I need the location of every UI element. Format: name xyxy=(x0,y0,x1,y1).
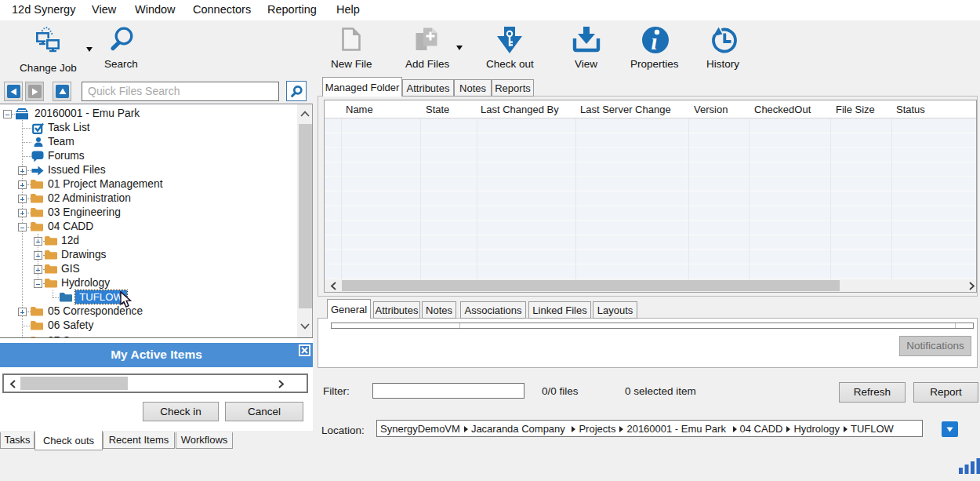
svg-text:ı: ı xyxy=(651,29,657,54)
